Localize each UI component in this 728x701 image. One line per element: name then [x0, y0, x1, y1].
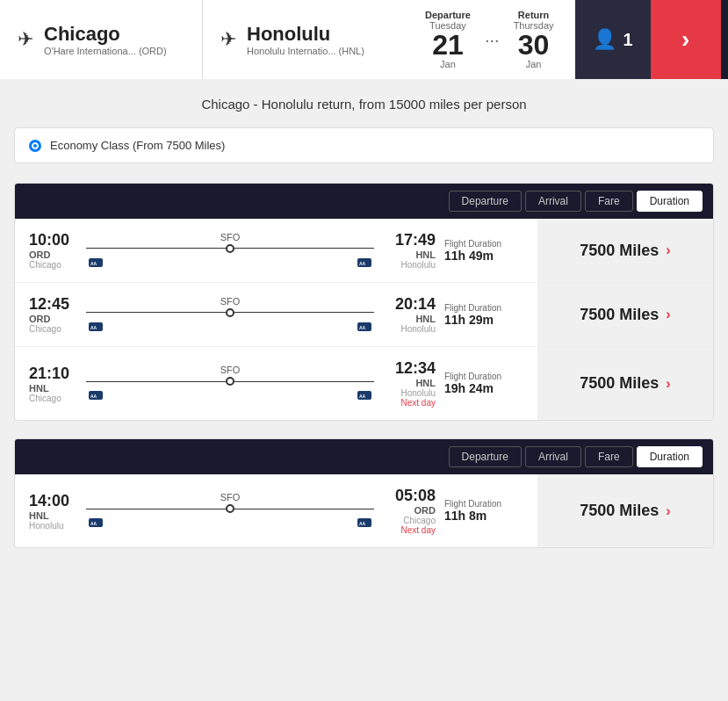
return-sort-header: Departure Arrival Fare Duration — [15, 439, 713, 474]
destination-info: Honolulu Honolulu Internatio... (HNL) — [247, 23, 364, 56]
flight-2-departure: 12:45 ORD Chicago — [29, 295, 77, 334]
outbound-sort-arrival[interactable]: Arrival — [525, 191, 581, 212]
origin-airport: O'Hare Internationa... (ORD) — [44, 46, 167, 56]
main-content: Chicago - Honolulu return, from 15000 mi… — [0, 79, 728, 583]
flight-3-price[interactable]: 7500 Miles › — [537, 347, 713, 420]
svg-text:AA: AA — [359, 261, 366, 266]
outbound-sort-fare[interactable]: Fare — [585, 191, 633, 212]
svg-text:AA: AA — [90, 325, 97, 330]
price-arrow-icon: › — [666, 307, 670, 322]
passengers-section[interactable]: 👤 1 — [575, 0, 651, 79]
flight-2-duration: Flight Duration 11h 29m — [436, 303, 523, 327]
return-sort-arrival[interactable]: Arrival — [525, 446, 581, 467]
origin-city-block[interactable]: ✈ Chicago O'Hare Internationa... (ORD) — [0, 0, 202, 79]
return-flight-1-route: SFO AA — [77, 492, 383, 530]
return-date: Return Thursday 30 Jan — [514, 10, 554, 69]
return-flight-1: 14:00 HNL Honolulu SFO — [15, 474, 713, 547]
flight-1-info: 10:00 ORD Chicago SFO — [15, 219, 537, 282]
svg-text:AA: AA — [359, 521, 366, 526]
outbound-sort-header: Departure Arrival Fare Duration — [15, 184, 713, 219]
return-section: Departure Arrival Fare Duration 14:00 HN… — [14, 438, 714, 548]
plane-depart-icon: ✈ — [18, 28, 33, 51]
flight-2-info: 12:45 ORD Chicago SFO — [15, 283, 537, 346]
flight-3-duration: Flight Duration 19h 24m — [436, 372, 523, 395]
svg-text:AA: AA — [90, 261, 97, 266]
flight-3-arrival: 12:34 HNL Honolulu Next day — [383, 359, 436, 408]
airline-logo-left: AA — [86, 388, 105, 402]
destination-airport: Honolulu Internatio... (HNL) — [247, 46, 364, 56]
date-separator: ··· — [478, 30, 507, 50]
svg-text:AA: AA — [359, 325, 366, 330]
class-label: Economy Class (From 7500 Miles) — [50, 139, 225, 152]
flight-3-departure: 21:10 HNL Chicago — [29, 365, 77, 403]
return-sort-departure[interactable]: Departure — [449, 446, 522, 467]
outbound-flight-2: 12:45 ORD Chicago SFO — [15, 283, 713, 347]
origin-info: Chicago O'Hare Internationa... (ORD) — [44, 23, 167, 56]
header: ✈ Chicago O'Hare Internationa... (ORD) ✈… — [0, 0, 728, 79]
flight-3-route: SFO AA — [77, 365, 383, 402]
price-arrow-icon: › — [666, 503, 670, 519]
flight-2-arrival: 20:14 HNL Honolulu — [383, 295, 436, 334]
dates-section[interactable]: Departure Tuesday 21 Jan ··· Return Thur… — [404, 0, 575, 79]
passenger-count: 1 — [623, 30, 633, 50]
outbound-flight-3: 21:10 HNL Chicago SFO — [15, 347, 713, 420]
search-arrow-icon: › — [681, 25, 689, 54]
outbound-flight-1: 10:00 ORD Chicago SFO — [15, 219, 713, 283]
flight-1-departure: 10:00 ORD Chicago — [29, 231, 77, 270]
return-sort-duration[interactable]: Duration — [637, 446, 703, 467]
outbound-sort-duration[interactable]: Duration — [637, 191, 703, 212]
return-flight-1-arrival: 05:08 ORD Chicago Next day — [383, 487, 436, 535]
plane-arrive-icon: ✈ — [220, 28, 236, 51]
class-selector[interactable]: Economy Class (From 7500 Miles) — [14, 127, 714, 163]
svg-text:AA: AA — [359, 394, 366, 399]
page-subtitle: Chicago - Honolulu return, from 15000 mi… — [14, 97, 714, 112]
return-flight-1-price[interactable]: 7500 Miles › — [537, 474, 713, 547]
flight-1-arrival: 17:49 HNL Honolulu — [383, 231, 436, 270]
outbound-sort-departure[interactable]: Departure — [449, 191, 522, 212]
flight-1-route: SFO AA — [77, 232, 383, 270]
airline-logo-right: AA — [355, 256, 374, 270]
return-flight-1-info: 14:00 HNL Honolulu SFO — [15, 474, 537, 547]
return-flight-1-departure: 14:00 HNL Honolulu — [29, 492, 77, 531]
person-icon: 👤 — [593, 28, 616, 51]
origin-city-name: Chicago — [44, 23, 167, 46]
flight-2-price[interactable]: 7500 Miles › — [537, 283, 713, 346]
return-sort-fare[interactable]: Fare — [585, 446, 633, 467]
flight-3-info: 21:10 HNL Chicago SFO — [15, 347, 537, 420]
airline-logo-right: AA — [355, 516, 374, 530]
flight-1-price[interactable]: 7500 Miles › — [537, 219, 713, 282]
return-flight-1-duration: Flight Duration 11h 8m — [436, 499, 523, 523]
economy-radio[interactable] — [29, 140, 41, 152]
airline-logo-left: AA — [86, 256, 105, 270]
svg-text:AA: AA — [90, 394, 97, 399]
destination-city-block[interactable]: ✈ Honolulu Honolulu Internatio... (HNL) — [202, 0, 404, 79]
svg-text:AA: AA — [90, 521, 97, 526]
price-arrow-icon: › — [666, 376, 670, 392]
airline-logo-right: AA — [355, 320, 374, 334]
flight-1-duration: Flight Duration 11h 49m — [436, 239, 523, 263]
airline-logo-right: AA — [355, 388, 374, 402]
outbound-section: Departure Arrival Fare Duration 10:00 OR… — [14, 183, 714, 421]
search-button[interactable]: › — [651, 0, 721, 79]
flight-2-route: SFO AA — [77, 296, 383, 334]
price-arrow-icon: › — [666, 242, 670, 258]
airline-logo-left: AA — [86, 516, 105, 530]
airline-logo-left: AA — [86, 320, 105, 334]
departure-date: Departure Tuesday 21 Jan — [425, 10, 471, 69]
destination-city-name: Honolulu — [247, 23, 364, 46]
